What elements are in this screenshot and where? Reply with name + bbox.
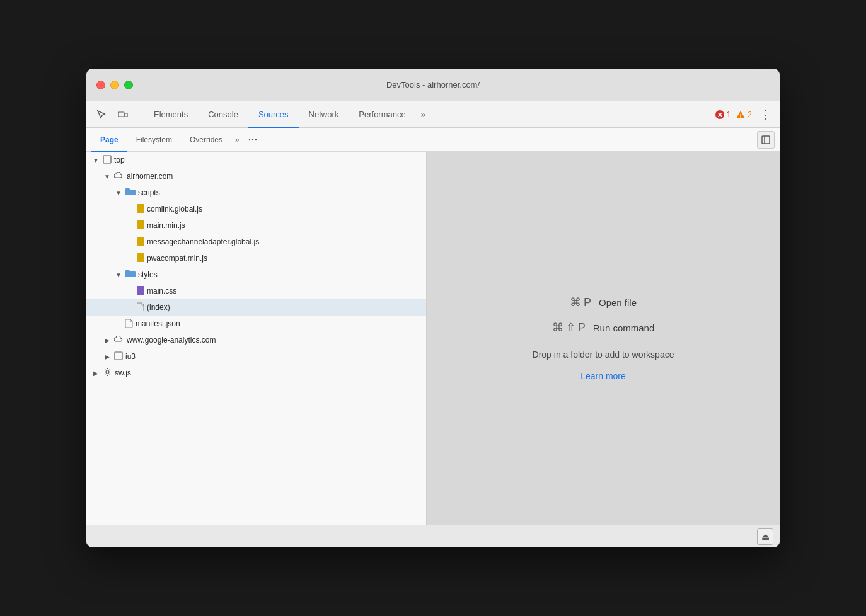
svg-point-6	[249, 139, 250, 140]
devtools-menu-button[interactable]: ⋮	[757, 106, 775, 123]
secondary-right	[757, 131, 775, 149]
folder-icon-scripts	[125, 188, 136, 198]
secondary-tabs: Page Filesystem Overrides »	[91, 128, 243, 152]
secondary-toolbar: Page Filesystem Overrides »	[86, 128, 780, 152]
tree-item-styles[interactable]: ▼ styles	[86, 266, 426, 283]
bottom-bar: ⏏	[86, 525, 780, 547]
panel-toggle-button[interactable]	[757, 131, 775, 149]
js-icon-main-min	[137, 220, 144, 231]
svg-point-7	[252, 139, 253, 140]
svg-rect-0	[118, 112, 124, 117]
tab-elements[interactable]: Elements	[144, 101, 198, 128]
svg-rect-11	[103, 156, 111, 163]
svg-text:!: !	[740, 113, 742, 119]
secondary-menu-button[interactable]	[246, 133, 260, 147]
tree-item-main-min[interactable]: main.min.js	[86, 217, 426, 234]
tree-item-google-analytics[interactable]: ▶ www.google-analytics.com	[86, 332, 426, 348]
devtools-body: Page Filesystem Overrides »	[86, 128, 780, 547]
tab-console[interactable]: Console	[198, 101, 248, 128]
tree-arrow-airhorner: ▼	[103, 172, 112, 181]
kbd-open-file: ⌘ P	[570, 295, 591, 309]
tree-item-comlink[interactable]: comlink.global.js	[86, 201, 426, 217]
tree-item-swjs[interactable]: ▶ sw.js	[86, 365, 426, 381]
svg-point-8	[255, 139, 257, 140]
svg-point-19	[106, 370, 109, 374]
learn-more-link[interactable]: Learn more	[580, 371, 626, 381]
traffic-lights	[96, 81, 133, 89]
tab-performance[interactable]: Performance	[349, 101, 415, 128]
shortcut-open-file: ⌘ P Open file	[570, 295, 637, 309]
tab-page[interactable]: Page	[91, 128, 127, 152]
drop-text: Drop in a folder to add to workspace	[533, 350, 674, 360]
tree-arrow-scripts: ▼	[114, 188, 123, 197]
svg-rect-18	[115, 352, 122, 360]
tree-arrow-google: ▶	[103, 336, 112, 345]
folder-icon-styles	[125, 270, 136, 280]
tree-item-index[interactable]: (index)	[86, 299, 426, 316]
toolbar-separator	[141, 107, 141, 122]
right-panel: ⌘ P Open file ⌘ ⇧ P Run command Drop i	[427, 152, 780, 525]
error-badge[interactable]: ✕ 1	[715, 110, 731, 120]
tab-filesystem[interactable]: Filesystem	[127, 128, 181, 152]
warning-badge[interactable]: ! 2	[736, 110, 752, 120]
tabs-more-button[interactable]: »	[416, 101, 430, 128]
panels: ▼ top ▼ airhorner.com	[86, 152, 780, 525]
tree-item-scripts[interactable]: ▼ scripts	[86, 185, 426, 201]
main-tabs: Elements Console Sources Network Perform…	[144, 101, 430, 128]
tree-item-pwacompat[interactable]: pwacompat.min.js	[86, 250, 426, 266]
toolbar-icons	[91, 106, 133, 123]
svg-rect-16	[137, 253, 144, 262]
spacer3	[125, 237, 134, 246]
svg-rect-15	[137, 237, 144, 246]
gear-icon-swjs	[103, 367, 112, 379]
js-icon-comlink	[137, 204, 144, 215]
drop-area: ⌘ P Open file ⌘ ⇧ P Run command Drop i	[533, 295, 674, 381]
frame-icon-top	[103, 155, 112, 166]
tree-arrow-styles: ▼	[114, 270, 123, 279]
tree-item-manifest[interactable]: manifest.json	[86, 316, 426, 332]
device-toggle-icon[interactable]	[113, 106, 133, 123]
tree-item-top[interactable]: ▼ top	[86, 152, 426, 168]
js-icon-pwacompat	[137, 253, 144, 264]
spacer7	[114, 319, 123, 328]
maximize-button[interactable]	[124, 81, 133, 89]
tab-overrides[interactable]: Overrides	[181, 128, 231, 152]
inspect-icon[interactable]	[91, 106, 112, 123]
spacer5	[125, 287, 134, 295]
svg-rect-1	[125, 113, 127, 117]
tree-item-main-css[interactable]: main.css	[86, 283, 426, 299]
spacer	[125, 205, 134, 214]
svg-text:✕: ✕	[717, 111, 722, 118]
svg-rect-13	[137, 204, 142, 213]
js-icon-messagechannel	[137, 237, 144, 248]
frame-icon-iu3	[114, 351, 123, 362]
file-tree-panel: ▼ top ▼ airhorner.com	[86, 152, 427, 525]
secondary-tabs-more[interactable]: »	[231, 128, 243, 152]
titlebar: DevTools - airhorner.com/	[86, 69, 780, 101]
tree-item-messagechannel[interactable]: messagechanneladapter.global.js	[86, 234, 426, 250]
shortcut-run-command: ⌘ ⇧ P Run command	[552, 321, 655, 334]
main-toolbar: Elements Console Sources Network Perform…	[86, 101, 780, 128]
close-button[interactable]	[96, 81, 105, 89]
tree-arrow-top: ▼	[91, 156, 100, 164]
spacer2	[125, 221, 134, 230]
svg-rect-17	[137, 286, 144, 295]
spacer4	[125, 254, 134, 263]
gray-icon-index	[137, 302, 144, 313]
minimize-button[interactable]	[110, 81, 119, 89]
window-title: DevTools - airhorner.com/	[386, 80, 480, 89]
gray-icon-manifest	[125, 319, 133, 329]
cloud-icon-airhorner	[114, 171, 124, 181]
svg-rect-14	[137, 220, 144, 229]
kbd-run-command: ⌘ ⇧ P	[552, 321, 586, 334]
tree-item-iu3[interactable]: ▶ iu3	[86, 348, 426, 365]
devtools-window: DevTools - airhorner.com/ Elements C	[86, 69, 780, 547]
spacer6	[125, 303, 134, 312]
eject-button[interactable]: ⏏	[757, 528, 773, 545]
css-icon-main	[137, 286, 144, 297]
toolbar-right: ✕ 1 ! 2 ⋮	[715, 106, 775, 123]
tree-arrow-swjs: ▶	[91, 368, 100, 377]
tree-item-airhorner[interactable]: ▼ airhorner.com	[86, 168, 426, 185]
tab-network[interactable]: Network	[299, 101, 349, 128]
tab-sources[interactable]: Sources	[248, 101, 299, 128]
